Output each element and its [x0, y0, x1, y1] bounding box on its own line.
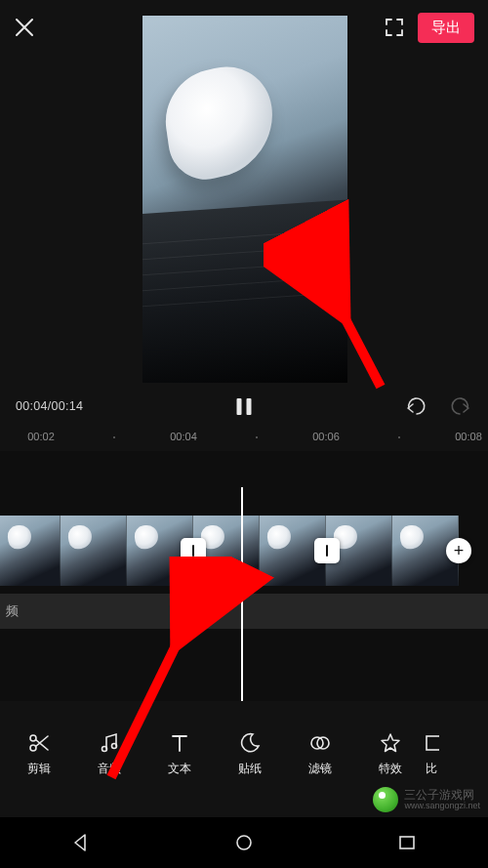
tool-label: 贴纸 [238, 761, 262, 777]
top-bar: 导出 [0, 0, 488, 55]
tool-label: 特效 [379, 761, 402, 777]
overlap-circles-icon [308, 731, 332, 755]
ruler-tick: 00:02 [27, 431, 55, 442]
tool-label: 剪辑 [27, 761, 51, 777]
split-handle[interactable] [314, 538, 340, 563]
playback-bar: 00:04/00:14 [0, 385, 488, 428]
tool-label: 滤镜 [308, 761, 332, 777]
text-icon [168, 731, 191, 755]
svg-point-2 [102, 747, 107, 752]
fullscreen-icon[interactable] [385, 18, 404, 37]
split-handle[interactable] [181, 538, 206, 563]
tool-filter[interactable]: 滤镜 [285, 723, 355, 786]
redo-icon[interactable] [449, 396, 472, 416]
music-note-icon [98, 731, 121, 755]
ruler-tick: 00:08 [455, 431, 482, 442]
watermark-line2: www.sangongzi.net [404, 802, 480, 810]
tool-audio[interactable]: 音频 [74, 723, 144, 786]
clip-track[interactable] [0, 516, 488, 586]
nav-back-icon[interactable] [70, 832, 92, 853]
ruler-tick: 00:06 [312, 431, 340, 442]
time-display: 00:04/00:14 [16, 399, 83, 413]
ruler-tick: 00:04 [170, 431, 197, 442]
system-nav-bar [0, 817, 488, 868]
video-editor-screen: 导出 00:04/00:14 [0, 0, 488, 868]
tool-ratio[interactable]: 比 [426, 723, 449, 786]
svg-rect-8 [400, 837, 414, 848]
tool-effect[interactable]: 特效 [355, 723, 426, 786]
tool-text[interactable]: 文本 [144, 723, 215, 786]
ratio-icon [426, 731, 439, 755]
svg-point-3 [112, 744, 117, 749]
svg-point-7 [237, 836, 251, 849]
audio-row-label: 频 [0, 602, 19, 620]
clip-thumb[interactable] [61, 516, 127, 586]
tool-label: 比 [426, 761, 437, 777]
preview-laptop [142, 199, 347, 383]
audio-track-row[interactable]: 频 [0, 594, 488, 629]
tool-label: 文本 [168, 761, 191, 777]
undo-icon[interactable] [404, 396, 427, 416]
export-button[interactable]: 导出 [418, 13, 474, 43]
star-icon [379, 731, 402, 755]
video-preview[interactable] [142, 16, 347, 383]
pause-button[interactable] [237, 398, 252, 415]
watermark-logo-icon [373, 787, 398, 812]
svg-rect-6 [427, 736, 439, 750]
tool-bar: 剪辑 音频 文本 贴纸 滤镜 特效 比 [0, 723, 488, 786]
watermark: 三公子游戏网 www.sangongzi.net [365, 782, 488, 817]
playhead[interactable] [241, 487, 243, 701]
add-clip-button[interactable]: + [446, 538, 471, 563]
clip-thumb[interactable] [0, 516, 61, 586]
moon-icon [238, 731, 262, 755]
scissors-icon [27, 731, 51, 755]
nav-home-icon[interactable] [233, 832, 255, 853]
tool-sticker[interactable]: 贴纸 [215, 723, 285, 786]
watermark-line1: 三公子游戏网 [404, 789, 480, 802]
tool-label: 音频 [98, 761, 121, 777]
tool-edit[interactable]: 剪辑 [4, 723, 74, 786]
close-icon[interactable] [14, 17, 35, 38]
nav-recent-icon[interactable] [396, 832, 418, 853]
timeline-ruler[interactable]: 00:02 00:04 00:06 00:08 [0, 431, 488, 450]
